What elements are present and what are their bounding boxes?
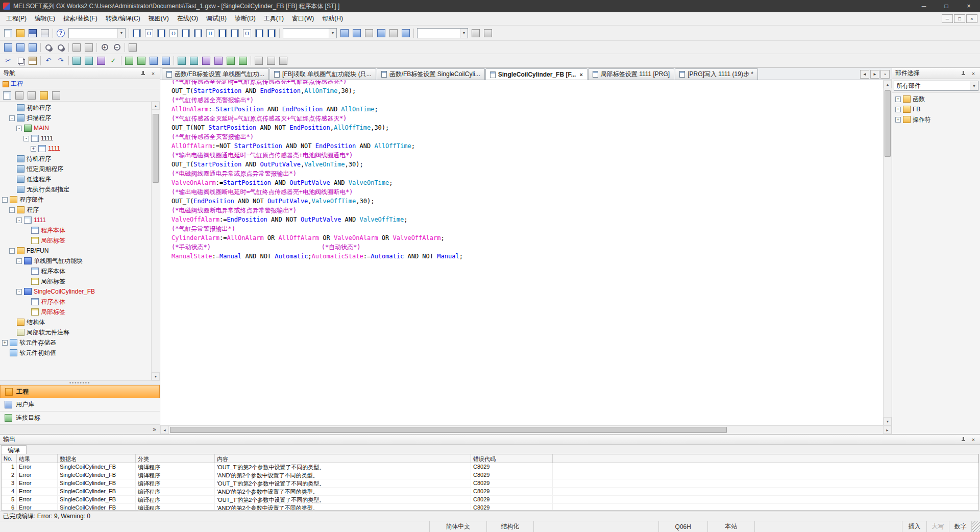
tree-expand-all-button[interactable] [50,90,62,101]
column-header[interactable]: 数据名 [58,454,136,463]
menu-item-11[interactable]: 帮助(H) [318,12,347,25]
tree-item[interactable]: +软元件存储器 [0,337,151,348]
simulation-start-button[interactable] [225,55,237,66]
tree-item[interactable]: -单线圈气缸功能块 [0,256,151,266]
nav-expander-button[interactable]: » [153,426,156,433]
stop-monitor-button[interactable] [135,55,148,66]
tree-item[interactable]: -程序 [0,205,151,215]
replace-button[interactable] [55,42,67,53]
zoom-out-button[interactable]: − [111,42,123,53]
rising-pulse-button[interactable] [229,28,241,39]
mdi-minimize-button[interactable]: ─ [942,14,953,23]
collapse-icon[interactable]: - [2,197,8,203]
comment-display-button[interactable] [253,55,265,66]
delete-horizontal-line-button[interactable] [265,28,278,39]
expand-icon[interactable]: + [895,96,901,102]
scroll-down-icon[interactable]: ▼ [884,417,892,425]
jump-next-button[interactable] [83,42,95,53]
tree-item[interactable]: 待机程序 [0,154,151,164]
new-project-button[interactable] [2,28,14,39]
nav-view-item[interactable]: 连接目标 [0,412,160,425]
docking-window-button[interactable] [470,28,482,39]
tree-item[interactable]: 局部标签 [0,235,151,246]
pin-icon[interactable] [960,70,967,77]
open-project-button[interactable] [14,28,27,39]
quick-access-combo[interactable]: ▼ [68,28,126,38]
intelligent-module-button[interactable] [212,55,225,66]
redo-button[interactable]: ↷ [55,55,67,66]
tab-close-all-icon[interactable]: × [880,70,890,79]
print-button[interactable] [39,28,51,39]
horizontal-line-button[interactable] [216,28,229,39]
scroll-up-icon[interactable]: ▲ [152,102,160,110]
forced-on-off-button[interactable] [188,55,200,66]
tree-item[interactable]: -FB/FUN [0,246,151,256]
help-button[interactable]: ? [55,28,67,39]
tree-item[interactable]: -程序部件 [0,195,151,205]
parts-tree-item[interactable]: +FB [892,104,980,114]
close-branch-button[interactable]: ( ) [167,28,180,39]
resize-grip[interactable] [972,521,980,532]
tree-item[interactable]: -扫描程序 [0,113,151,123]
error-row[interactable]: 3ErrorSingleCoilCylinder_FB编译程序'OUT_T'的第… [2,479,978,488]
menu-item-3[interactable]: 搜索/替换(F) [59,12,102,25]
column-header[interactable]: 结果 [17,454,58,463]
scroll-right-icon[interactable]: ► [883,426,892,434]
work-window-button[interactable] [482,28,494,39]
copy-button[interactable] [14,55,27,66]
statement-button[interactable] [351,28,363,39]
nav-view-active[interactable]: 工程 [0,385,160,398]
tree-sort-button[interactable] [13,90,26,101]
device-comment-button[interactable] [338,28,351,39]
menu-item-10[interactable]: 窗口(W) [288,12,318,25]
jump-previous-button[interactable] [70,42,83,53]
tree-item[interactable]: -1111 [0,215,151,225]
collapse-icon[interactable]: - [9,248,15,254]
cross-reference-button[interactable] [2,42,14,53]
tab-close-icon[interactable]: × [579,71,582,78]
menu-item-9[interactable]: 工具(T) [260,12,288,25]
device-batch-replace-button[interactable] [27,42,39,53]
tree-item[interactable]: 结构体 [0,317,151,327]
note-display-button[interactable] [277,55,289,66]
scroll-down-icon[interactable]: ▼ [152,372,160,380]
collapse-icon[interactable]: - [16,217,22,223]
find-button[interactable] [42,42,55,53]
editor-tab-3[interactable]: 函数/FB标签设置 SingleCoilCyli... [377,68,485,80]
note-button[interactable] [363,28,375,39]
inline-st-button[interactable] [387,28,400,39]
display-scale-button[interactable] [127,42,139,53]
menu-item-7[interactable]: 调试(B) [202,12,231,25]
error-row[interactable]: 4ErrorSingleCoilCylinder_FB编译程序'AND'的第2个… [2,488,978,496]
parts-tree-item[interactable]: +函数 [892,94,980,104]
error-row[interactable]: 6ErrorSingleCoilCylinder_FB编译程序'AND'的第2个… [2,504,978,511]
column-header[interactable]: 错误代码 [471,454,553,463]
tree-item[interactable]: 无执行类型指定 [0,184,151,195]
tree-item[interactable]: 局部软元件注释 [0,327,151,337]
tree-item[interactable]: +1111 [0,143,151,154]
maximize-button[interactable]: □ [935,0,958,12]
nav-scrollbar[interactable]: ▲ ▼ [151,102,160,380]
open-branch-button[interactable]: ( ) [143,28,155,39]
collapse-icon[interactable]: - [23,136,29,141]
statement-display-button[interactable] [265,55,277,66]
declaration-button[interactable] [375,28,387,39]
tree-collapse-all-button[interactable] [38,90,50,101]
vertical-line-button[interactable]: | | [204,28,216,39]
parts-tree-item[interactable]: +操作符 [892,114,980,125]
cut-button[interactable]: ✂ [2,55,14,66]
close-button[interactable]: × [958,0,980,12]
editor-tab-2[interactable]: [FB]读取 单线圈气缸功能块 (只... [270,68,376,80]
read-from-plc-button[interactable] [160,55,172,66]
simulation-stop-button[interactable] [237,55,249,66]
editor-tab-5[interactable]: 局部标签设置 1111 [PRG] [588,68,674,80]
expand-icon[interactable]: + [2,340,8,346]
application-instruction-button[interactable] [192,28,204,39]
pin-icon[interactable] [960,436,967,443]
close-icon[interactable]: × [970,70,977,77]
error-row[interactable]: 1ErrorSingleCoilCylinder_FB编译程序'OUT_T'的第… [2,463,978,471]
menu-item-4[interactable]: 转换/编译(C) [102,12,144,25]
chevron-down-icon[interactable]: ▼ [460,29,468,38]
tree-display-filter-button[interactable] [26,90,38,101]
start-monitor-button[interactable] [123,55,135,66]
